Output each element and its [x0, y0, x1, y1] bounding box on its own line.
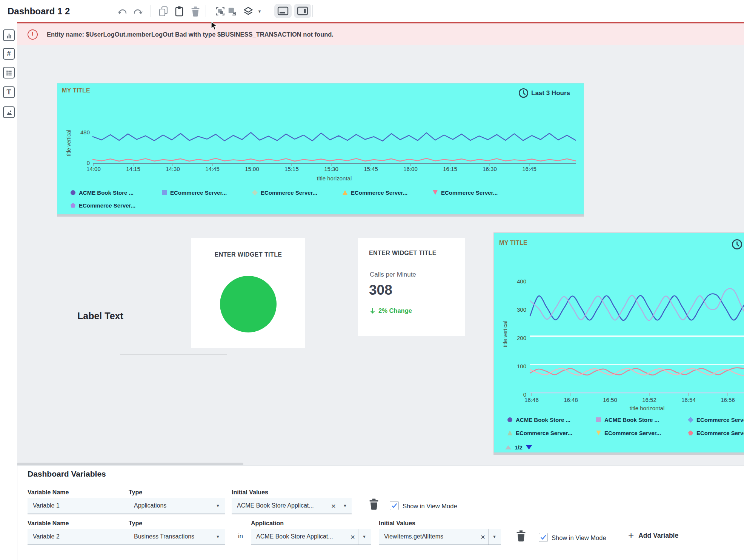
toolbar-separator [206, 5, 206, 17]
legend-item[interactable]: ECommerce Server... [688, 416, 744, 423]
divider [488, 529, 489, 545]
text-widget-icon: T [6, 88, 11, 96]
chart-widget-1[interactable]: MY TITLE Last 3 Hours title vertical 14:… [57, 83, 584, 215]
application-token-field[interactable]: ACME Book Store Applicat... × ▼ [251, 529, 371, 545]
time-range-label: Last 3 Hours [531, 89, 570, 97]
undo-button[interactable] [115, 5, 129, 18]
show-in-view-mode-checkbox[interactable] [539, 533, 548, 542]
canvas-scrollbar[interactable] [17, 463, 243, 465]
svg-text:300: 300 [517, 306, 526, 313]
svg-text:14:15: 14:15 [126, 166, 140, 172]
diamond-marker-icon [688, 417, 693, 422]
ungroup-icon [227, 6, 237, 16]
delete-variable-button[interactable] [516, 530, 526, 542]
group-icon [215, 6, 225, 16]
paste-button[interactable] [172, 5, 186, 18]
toolbar: Dashboard 1 2 ▼ [0, 0, 744, 22]
chevron-down-icon[interactable]: ▼ [492, 534, 497, 539]
metric-label: Calls per Minute [370, 271, 416, 278]
add-chart-widget-button[interactable] [3, 29, 15, 41]
legend-item[interactable]: ECommerce Server... [343, 189, 407, 196]
remove-token-icon[interactable]: × [347, 533, 358, 541]
triangle-up-marker-icon [343, 190, 347, 195]
widget-title: MY TITLE [62, 87, 90, 94]
layers-dropdown-button[interactable]: ▼ [256, 5, 263, 18]
show-in-view-mode-checkbox[interactable] [390, 501, 399, 510]
legend-pagination: 1/2 [505, 444, 532, 451]
legend-label: ECommerce Server... [516, 430, 572, 436]
legend-item[interactable]: ECommerce Server... [433, 189, 498, 196]
svg-text:14:45: 14:45 [205, 166, 220, 172]
chevron-down-icon[interactable]: ▼ [343, 503, 347, 508]
legend-label: ACME Book Store ... [604, 417, 659, 423]
svg-text:16:50: 16:50 [603, 397, 617, 403]
trash-icon [516, 530, 526, 542]
ungroup-button[interactable] [225, 5, 239, 18]
line-chart: 16:4616:4816:5016:5216:5416:564003002001… [494, 271, 744, 410]
legend-item[interactable]: ECommerce Server... [162, 189, 227, 196]
type-select-value: Business Transactions [134, 533, 216, 540]
arrow-down-icon [370, 308, 375, 314]
svg-text:16:30: 16:30 [483, 166, 497, 172]
add-number-widget-button[interactable]: # [3, 48, 15, 60]
chevron-down-icon[interactable]: ▼ [362, 534, 366, 539]
layout-bottom-panel-toggle[interactable] [274, 4, 292, 18]
chart-widget-icon [5, 32, 13, 39]
type-label: Type [129, 520, 142, 527]
page-indicator: 1/2 [515, 444, 523, 451]
legend-item[interactable]: ECommerce Server... [596, 429, 661, 436]
legend-item[interactable]: ACME Book Store ... [71, 189, 134, 196]
toolbar-separator [151, 5, 151, 17]
metric-widget[interactable]: ENTER WIDGET TITLE Calls per Minute 308 … [358, 238, 465, 336]
delete-button[interactable] [189, 5, 202, 18]
legend-item[interactable]: ECommerce Server... [252, 189, 317, 196]
list-widget-icon [5, 69, 13, 77]
svg-text:16:54: 16:54 [681, 397, 696, 403]
page-down-arrow[interactable] [526, 445, 532, 449]
clock-icon [732, 239, 742, 250]
redo-button[interactable] [131, 5, 145, 18]
legend-label: ACME Book Store ... [516, 417, 570, 423]
type-select[interactable]: Business Transactions ▼ [129, 529, 225, 545]
legend-item[interactable]: ACME Book Store ... [596, 416, 659, 423]
show-in-view-mode-label: Show in View Mode [403, 503, 457, 510]
add-text-widget-button[interactable]: T [3, 86, 15, 98]
legend-item[interactable]: ECommerce Server... [71, 202, 135, 209]
legend-label: ECommerce Server... [170, 189, 227, 196]
type-select[interactable]: Applications ▼ [129, 498, 225, 514]
copy-button[interactable] [157, 5, 170, 18]
health-widget[interactable]: ENTER WIDGET TITLE [191, 238, 305, 348]
pentagon-marker-icon [71, 203, 75, 208]
add-image-widget-button[interactable] [3, 106, 15, 118]
chart-widget-2[interactable]: MY TITLE title vertical 16:4616:4816:501… [493, 232, 744, 453]
delete-variable-button[interactable] [369, 498, 379, 510]
diamond-marker-icon [252, 189, 258, 195]
variable-name-label: Variable Name [28, 520, 69, 527]
check-icon [540, 534, 547, 541]
layers-button[interactable] [241, 5, 255, 18]
undo-icon [117, 7, 128, 16]
variable-name-input[interactable] [28, 529, 131, 545]
label-text: Label Text [77, 311, 123, 322]
remove-token-icon[interactable]: × [478, 533, 488, 541]
variable-name-input[interactable] [28, 498, 131, 514]
initial-values-token-field[interactable]: ACME Book Store Applicat... × ▼ [232, 498, 352, 514]
svg-text:0: 0 [523, 391, 526, 398]
layout-right-panel-toggle[interactable] [294, 4, 311, 18]
legend-item[interactable]: ECommerce Server... [507, 429, 572, 436]
page-up-arrow[interactable] [505, 445, 511, 449]
widget-title: ENTER WIDGET TITLE [191, 251, 305, 258]
trash-icon [369, 498, 379, 510]
remove-token-icon[interactable]: × [328, 502, 339, 510]
legend-label: ECommerce Server... [696, 430, 744, 436]
application-label: Application [251, 520, 284, 527]
divider [339, 498, 339, 514]
trash-icon [191, 6, 200, 17]
add-variable-button[interactable]: + Add Variable [628, 531, 678, 540]
legend-item[interactable]: ECommerce Server... [688, 429, 744, 436]
add-list-widget-button[interactable] [3, 67, 15, 78]
initial-values-token-field[interactable]: ViewItems.getAllItems × ▼ [379, 529, 501, 545]
type-label: Type [129, 489, 142, 496]
svg-text:16:56: 16:56 [721, 397, 735, 403]
legend-item[interactable]: ACME Book Store ... [507, 416, 570, 423]
